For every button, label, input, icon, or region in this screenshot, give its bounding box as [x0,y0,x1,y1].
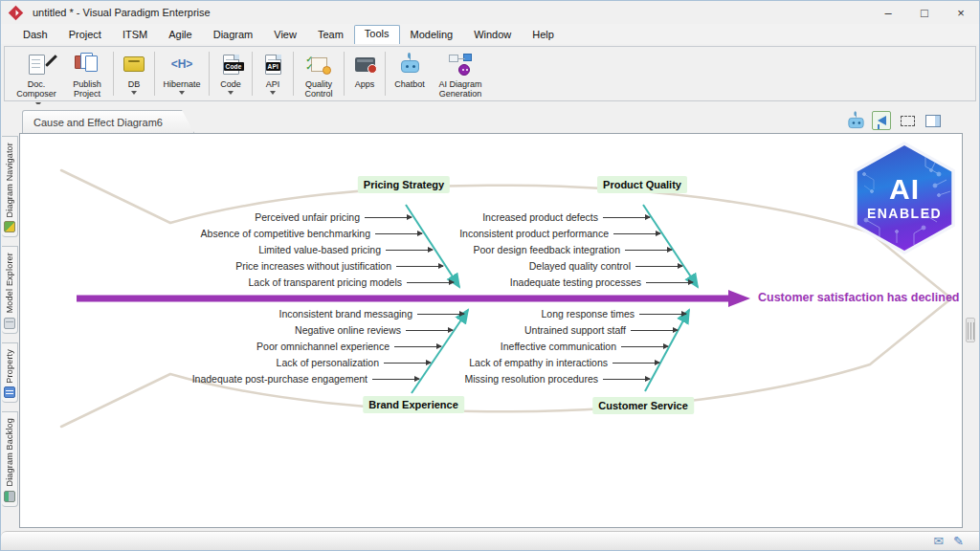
tab-bar-icons [846,111,943,130]
cause-arrow-icon [625,250,672,251]
mail-icon[interactable]: ✉ [933,534,944,548]
quality-control-icon: ✓✓ [302,51,335,77]
menu-view[interactable]: View [263,26,307,44]
toolbar: Doc. Composer Publish Project DB <H [4,46,976,101]
chevron-down-icon [131,91,137,95]
toolbar-separator [385,52,386,96]
sidebar-tab-model-explorer[interactable]: Model Explorer [2,246,18,333]
cause-item[interactable]: Delayed quality control [20,259,682,273]
left-sidebar: Diagram Navigator Model Explorer Propert… [1,133,19,531]
diagram-tab-bar: Cause and Effect Diagram6 [1,104,979,133]
ai-diagram-generation-icon [444,51,477,77]
fishbone-spine[interactable] [77,290,750,307]
cause-item[interactable]: Ineffective communication [20,340,668,353]
window-controls: – □ × [870,1,979,24]
menu-agile[interactable]: Agile [158,26,202,44]
right-edge-panel [963,133,979,531]
chevron-down-icon [179,91,185,95]
toolbar-separator [209,52,210,96]
cause-item[interactable]: Long response times [20,307,686,320]
edit-note-icon[interactable]: ✎ [953,534,964,548]
marquee-selection-icon[interactable] [898,111,917,130]
sidebar-tab-property[interactable]: Property [2,342,18,404]
quality-control-label: Quality Control [301,79,337,99]
cause-item[interactable]: Lack of empathy in interactions [20,356,659,369]
category-brand-experience[interactable]: Brand Experience [363,396,464,413]
diagram-backlog-icon [4,491,15,502]
effect-label[interactable]: Customer satisfaction has declined [758,291,959,304]
cause-arrow-icon [639,314,686,315]
publish-project-icon [71,51,103,77]
hibernate-icon: <H> [166,51,198,77]
sidebar-tab-diagram-navigator[interactable]: Diagram Navigator [2,136,18,237]
menu-window[interactable]: Window [463,26,522,44]
title-bar: untitled * - Visual Paradigm Enterprise … [1,1,979,24]
menu-project[interactable]: Project [58,26,112,44]
menu-team[interactable]: Team [307,26,354,44]
cause-arrow-icon [603,217,650,218]
toolbar-container: Doc. Composer Publish Project DB <H [1,44,979,104]
api-button[interactable]: API API [256,49,290,99]
doc-composer-icon [20,51,53,77]
apps-label: Apps [355,79,375,89]
cause-arrow-icon [603,379,650,380]
toolbar-separator [344,52,345,96]
hibernate-label: Hibernate [163,79,200,89]
code-button[interactable]: Code Code [212,49,249,99]
announcement-icon[interactable] [872,111,891,130]
ai-diagram-generation-button[interactable]: AI Diagram Generation [431,49,490,99]
database-icon [118,51,150,77]
cause-item[interactable]: Inadequate testing processes [20,276,693,289]
quality-control-button[interactable]: ✓✓ Quality Control [297,49,341,99]
menu-diagram[interactable]: Diagram [203,26,264,44]
diagram-navigator-icon [4,221,15,232]
category-product-quality[interactable]: Product Quality [597,176,687,193]
diagram-tab[interactable]: Cause and Effect Diagram6 [22,110,194,133]
doc-composer-label: Doc. Composer [16,79,56,99]
apps-icon [348,51,381,77]
cause-arrow-icon [613,233,660,234]
chatbot-label: Chatbot [394,79,425,89]
toolbar-separator [113,52,114,96]
cause-item[interactable]: Increased product defects [20,210,650,224]
sidebar-tab-diagram-backlog[interactable]: Diagram Backlog [2,411,18,507]
cause-arrow-icon [635,266,682,267]
menu-itsm[interactable]: ITSM [112,26,158,44]
chevron-down-icon [270,91,276,95]
category-customer-service[interactable]: Customer Service [592,397,694,414]
api-file-icon: API [256,51,289,77]
cause-item[interactable]: Missing resolution procedures [20,372,650,386]
cause-item[interactable]: Untrained support staff [20,323,678,337]
panel-layout-icon[interactable] [924,111,943,130]
cause-arrow-icon [621,346,668,347]
minimize-button[interactable]: – [870,1,906,24]
cause-item[interactable]: Inconsistent product performance [20,227,660,240]
category-pricing-strategy[interactable]: Pricing Strategy [358,176,450,193]
diagram-canvas[interactable]: Pricing Strategy Product Quality Brand E… [19,133,963,528]
visual-paradigm-logo-icon [9,5,24,20]
apps-button[interactable]: Apps [347,49,382,99]
db-button[interactable]: DB [117,49,151,99]
cause-item[interactable]: Poor design feedback integration [20,243,672,256]
model-explorer-icon [4,318,15,329]
cause-arrow-icon [631,330,678,331]
close-button[interactable]: × [943,1,979,24]
doc-composer-button[interactable]: Doc. Composer [9,49,64,99]
publish-project-button[interactable]: Publish Project [64,49,110,99]
panel-collapse-grip[interactable] [966,318,975,342]
toolbar-separator [154,52,155,96]
db-label: DB [128,79,141,89]
api-label: API [266,79,280,89]
menu-dash[interactable]: Dash [12,26,58,44]
chatbot-button[interactable]: Chatbot [389,49,431,99]
cause-arrow-icon [646,282,693,283]
menu-help[interactable]: Help [522,26,565,44]
chatbot-icon [393,51,426,77]
maximize-button[interactable]: □ [906,1,943,24]
property-icon [4,386,15,398]
hibernate-button[interactable]: <H> Hibernate [158,49,206,99]
menu-tools[interactable]: Tools [354,25,400,44]
menu-modeling[interactable]: Modeling [400,26,464,44]
chatbot-mini-icon[interactable] [846,111,865,130]
chevron-down-icon [228,91,234,95]
